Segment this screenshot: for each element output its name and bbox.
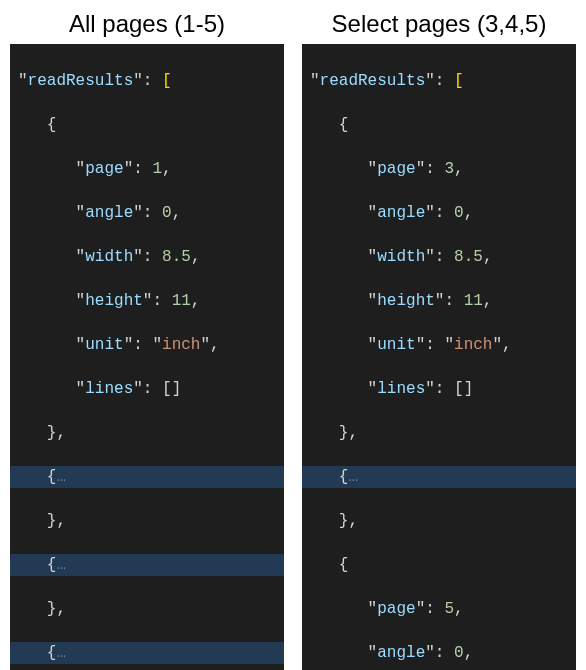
folded-row[interactable]: {… [10, 642, 284, 664]
select-pages-title: Select pages (3,4,5) [302, 10, 576, 38]
unit-value: inch [162, 336, 200, 354]
comparison-columns: All pages (1-5) "readResults": [ { "page… [10, 10, 576, 670]
page-value: 5 [444, 600, 454, 618]
folded-row[interactable]: {… [10, 466, 284, 488]
all-pages-title: All pages (1-5) [10, 10, 284, 38]
ellipsis-icon: … [56, 468, 66, 486]
all-pages-column: All pages (1-5) "readResults": [ { "page… [10, 10, 284, 670]
folded-row[interactable]: {… [302, 466, 576, 488]
angle-value: 0 [162, 204, 172, 222]
ellipsis-icon: … [348, 468, 358, 486]
height-value: 11 [464, 292, 483, 310]
ellipsis-icon: … [56, 644, 66, 662]
ellipsis-icon: … [56, 556, 66, 574]
angle-value: 0 [454, 204, 464, 222]
page-value: 1 [152, 160, 162, 178]
folded-row[interactable]: {… [10, 554, 284, 576]
lines-value: [] [162, 380, 181, 398]
select-pages-column: Select pages (3,4,5) "readResults": [ { … [302, 10, 576, 670]
readresults-key: readResults [320, 72, 426, 90]
width-value: 8.5 [454, 248, 483, 266]
angle-value: 0 [454, 644, 464, 662]
all-pages-code: "readResults": [ { "page": 1, "angle": 0… [10, 44, 284, 670]
width-value: 8.5 [162, 248, 191, 266]
select-pages-code: "readResults": [ { "page": 3, "angle": 0… [302, 44, 576, 670]
readresults-key: readResults [28, 72, 134, 90]
unit-value: inch [454, 336, 492, 354]
page-value: 3 [444, 160, 454, 178]
height-value: 11 [172, 292, 191, 310]
lines-value: [] [454, 380, 473, 398]
